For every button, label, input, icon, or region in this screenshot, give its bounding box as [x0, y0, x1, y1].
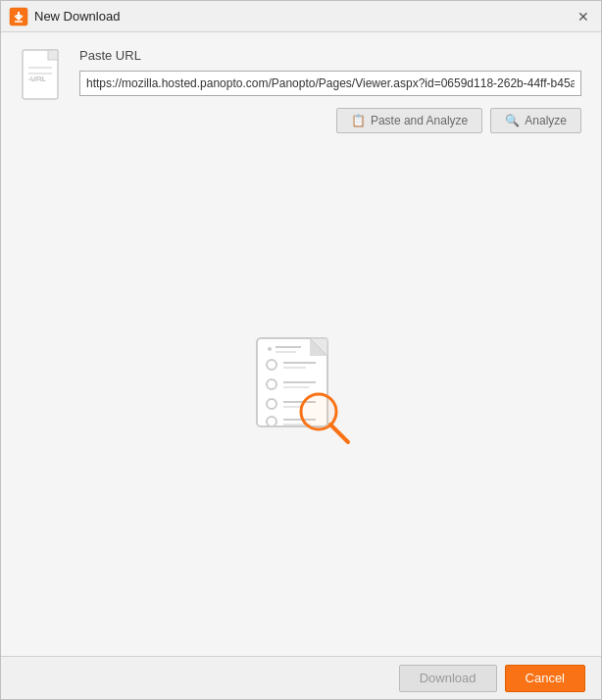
close-button[interactable]: ✕ [574, 7, 593, 26]
paste-icon: 📋 [351, 114, 366, 127]
titlebar-title: New Download [34, 9, 574, 24]
svg-line-29 [330, 425, 348, 442]
titlebar: New Download ✕ [1, 1, 601, 32]
cancel-button[interactable]: Cancel [505, 665, 585, 692]
svg-rect-4 [18, 12, 20, 18]
action-buttons: 📋 Paste and Analyze 🔍 Analyze [79, 108, 581, 133]
url-input[interactable] [79, 71, 581, 96]
paste-and-analyze-button[interactable]: 📋 Paste and Analyze [336, 108, 482, 133]
new-download-dialog: New Download ✕ URL Paste URL [0, 0, 602, 700]
dialog-content: URL Paste URL 📋 Paste and Analyze 🔍 [1, 32, 601, 656]
analyze-illustration [232, 324, 370, 461]
dialog-footer: Download Cancel [1, 656, 601, 699]
file-icon: URL [21, 48, 68, 101]
url-input-area: URL Paste URL 📋 Paste and Analyze 🔍 [21, 48, 581, 133]
analyze-button[interactable]: 🔍 Analyze [490, 108, 581, 133]
svg-point-30 [268, 347, 272, 351]
url-section: Paste URL 📋 Paste and Analyze 🔍 Analyze [79, 48, 581, 133]
illustration-area [21, 143, 581, 640]
app-icon [9, 7, 28, 26]
ok-button[interactable]: Download [399, 665, 497, 692]
svg-rect-7 [48, 50, 58, 60]
search-icon: 🔍 [505, 114, 520, 127]
paste-url-label: Paste URL [79, 48, 581, 63]
